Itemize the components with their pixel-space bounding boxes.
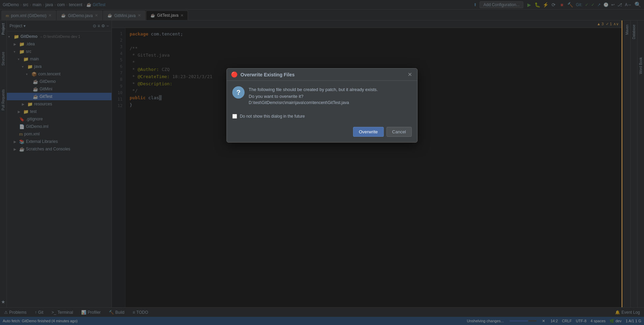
dialog-checkbox-row: Do not show this dialog in the future (227, 111, 417, 124)
no-show-again-label[interactable]: Do not show this dialog in the future (240, 114, 305, 119)
dialog-filepath: D:\test\GitDemo\src\main\java\com\tencen… (249, 100, 412, 106)
dialog-title: Overwrite Existing Files (240, 72, 404, 77)
no-show-again-checkbox[interactable] (232, 114, 237, 119)
dialog-title-icon: 🔴 (231, 71, 238, 78)
dialog-message-line1: The following file should be created by … (249, 86, 412, 93)
dialog-body: ? The following file should be created b… (227, 81, 417, 111)
overwrite-button[interactable]: Overwrite (353, 127, 384, 137)
cancel-button[interactable]: Cancel (386, 127, 412, 137)
modal-overlay: 🔴 Overwrite Existing Files ✕ ? The follo… (0, 0, 644, 325)
dialog-footer: Overwrite Cancel (227, 124, 417, 142)
dialog-title-bar: 🔴 Overwrite Existing Files ✕ (227, 69, 417, 81)
overwrite-dialog: 🔴 Overwrite Existing Files ✕ ? The follo… (226, 68, 418, 143)
dialog-close-button[interactable]: ✕ (406, 71, 413, 78)
dialog-message-line2: Do you want to overwrite it? (249, 93, 412, 100)
question-icon: ? (232, 86, 245, 99)
dialog-message: The following file should be created by … (249, 86, 412, 106)
